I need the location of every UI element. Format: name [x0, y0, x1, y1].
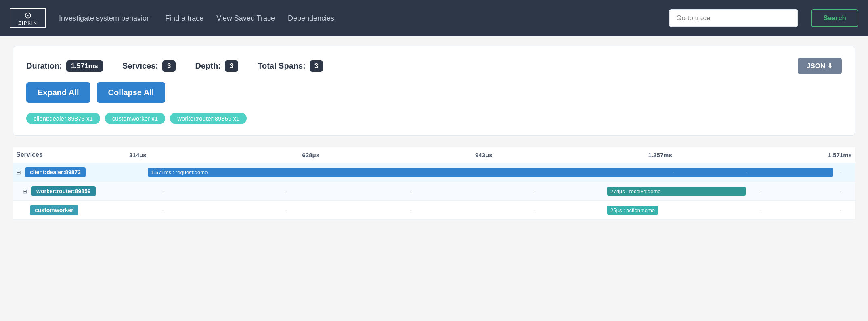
- dot: ·: [673, 170, 674, 175]
- depth-label: Depth:: [195, 61, 220, 71]
- services-stat: Services: 3: [122, 60, 176, 72]
- search-button[interactable]: Search: [811, 9, 858, 27]
- service-tag-0: client:dealer:89873 x1: [26, 113, 100, 124]
- timeline-marker-2: 943μs: [475, 152, 493, 158]
- col-header-timeline: 314μs 628μs 943μs 1.257ms 1.571ms: [126, 152, 855, 158]
- duration-stat: Duration: 1.571ms: [26, 60, 103, 72]
- service-col-0: ⊟ client:dealer:89873: [13, 165, 126, 179]
- action-buttons: Expand All Collapse All: [26, 82, 842, 103]
- service-tags: client:dealer:89873 x1 customworker x1 w…: [26, 113, 842, 124]
- json-download-button[interactable]: JSON ⬇: [798, 58, 842, 74]
- zipkin-logo-icon: ⊙: [24, 11, 31, 20]
- depth-value: 3: [225, 60, 238, 72]
- dot: ·: [760, 208, 761, 213]
- total-spans-stat: Total Spans: 3: [258, 60, 323, 72]
- services-value: 3: [162, 60, 176, 72]
- total-spans-value: 3: [310, 60, 323, 72]
- span-text-1: 274μs : receive:demo: [610, 188, 661, 194]
- table-row: ⊟ client:dealer:89873 · 1.571ms : reques…: [13, 163, 855, 182]
- trace-table-header: Services 314μs 628μs 943μs 1.257ms 1.571…: [13, 147, 855, 163]
- dot: ·: [286, 189, 287, 194]
- depth-stat: Depth: 3: [195, 60, 238, 72]
- duration-value: 1.571ms: [66, 60, 103, 72]
- dot: ·: [162, 189, 164, 194]
- dot: ·: [410, 189, 411, 194]
- dot: ·: [410, 208, 411, 213]
- navbar: ⊙ ZIPKIN Investigate system behavior Fin…: [0, 0, 868, 36]
- expand-icon-1[interactable]: ⊟: [23, 188, 29, 194]
- dot: ·: [746, 170, 747, 175]
- nav-view-saved-trace[interactable]: View Saved Trace: [216, 14, 275, 23]
- logo: ⊙ ZIPKIN: [10, 8, 46, 28]
- logo-text: ZIPKIN: [18, 21, 37, 25]
- service-tag-1: customworker x1: [105, 113, 165, 124]
- service-label-1: worker:router:89859: [31, 186, 96, 196]
- collapse-all-button[interactable]: Collapse All: [97, 82, 166, 103]
- timeline-marker-1: 628μs: [302, 152, 320, 158]
- service-label-2: customworker: [30, 205, 78, 215]
- expand-all-button[interactable]: Expand All: [26, 82, 90, 103]
- table-row: customworker · · · · 25μs : action:demo …: [13, 201, 855, 220]
- col-header-services: Services: [13, 151, 126, 158]
- service-col-1: ⊟ worker:router:89859: [13, 184, 126, 198]
- dot: ·: [286, 208, 287, 213]
- span-bar-1: 274μs : receive:demo: [607, 187, 746, 196]
- dot: ·: [534, 189, 535, 194]
- service-tag-2: worker:router:89859 x1: [170, 113, 247, 124]
- duration-label: Duration:: [26, 61, 62, 71]
- timeline-marker-3: 1.257ms: [648, 152, 672, 158]
- nav-dependencies[interactable]: Dependencies: [288, 14, 334, 23]
- nav-tagline: Investigate system behavior: [59, 14, 149, 23]
- dot: ·: [162, 208, 164, 213]
- timeline-col-0: · 1.571ms : request:demo · · ·: [126, 163, 855, 181]
- table-row: ⊟ worker:router:89859 · · · · 274μs : re…: [13, 182, 855, 201]
- span-text-0: 1.571ms : request:demo: [151, 169, 208, 175]
- summary-card: Duration: 1.571ms Services: 3 Depth: 3 T…: [13, 46, 855, 136]
- dot: ·: [839, 189, 841, 194]
- service-label-0: client:dealer:89873: [25, 167, 86, 177]
- expand-icon-0[interactable]: ⊟: [16, 169, 23, 175]
- timeline-marker-0: 314μs: [129, 152, 147, 158]
- span-text-2: 25μs : action:demo: [610, 207, 655, 213]
- dot: ·: [839, 208, 841, 213]
- nav-find-trace[interactable]: Find a trace: [165, 14, 203, 23]
- trace-table: Services 314μs 628μs 943μs 1.257ms 1.571…: [13, 147, 855, 220]
- timeline-marker-4: 1.571ms: [828, 152, 852, 158]
- summary-stats: Duration: 1.571ms Services: 3 Depth: 3 T…: [26, 58, 842, 74]
- main-content: Duration: 1.571ms Services: 3 Depth: 3 T…: [0, 36, 868, 229]
- timeline-col-1: · · · · 274μs : receive:demo · ·: [126, 182, 855, 200]
- dot: ·: [534, 208, 535, 213]
- span-bar-2: 25μs : action:demo: [607, 206, 658, 215]
- go-to-trace-input[interactable]: [669, 9, 798, 27]
- dot: ·: [839, 170, 841, 175]
- dot: ·: [760, 189, 761, 194]
- service-col-2: customworker: [13, 203, 126, 217]
- timeline-col-2: · · · · 25μs : action:demo · ·: [126, 201, 855, 219]
- total-spans-label: Total Spans:: [258, 61, 306, 71]
- span-bar-0: 1.571ms : request:demo: [148, 168, 833, 177]
- services-label: Services:: [122, 61, 158, 71]
